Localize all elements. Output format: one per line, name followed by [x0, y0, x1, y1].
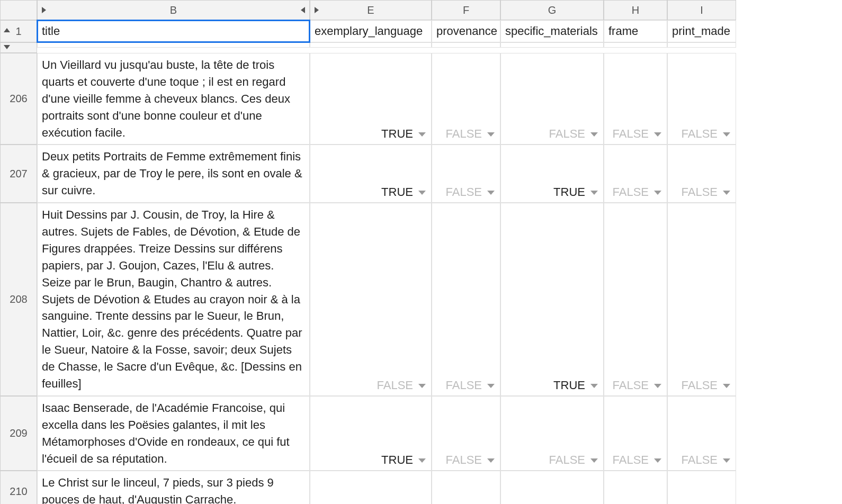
- dropdown-icon[interactable]: [654, 384, 661, 388]
- cell-B207[interactable]: Deux petits Portraits de Femme extrêmeme…: [37, 145, 310, 203]
- cell-H210[interactable]: [604, 471, 667, 504]
- cell-G210[interactable]: [500, 471, 604, 504]
- cell-G208[interactable]: TRUE: [500, 203, 604, 396]
- cell-E207[interactable]: TRUE: [310, 145, 432, 203]
- gap: [432, 42, 500, 48]
- cell-value: FALSE: [671, 453, 730, 467]
- dropdown-icon[interactable]: [418, 191, 426, 195]
- dropdown-icon[interactable]: [590, 458, 598, 463]
- cell-I207[interactable]: FALSE: [667, 145, 736, 203]
- cell-B206[interactable]: Un Vieillard vu jusqu'au buste, la tête …: [37, 53, 310, 145]
- col-header-H[interactable]: H: [604, 0, 667, 20]
- dropdown-icon[interactable]: [723, 191, 730, 195]
- row-header-207[interactable]: 207: [0, 145, 37, 203]
- cell-I1[interactable]: print_made: [667, 20, 736, 42]
- cell-value: print_made: [672, 24, 730, 38]
- cell-value: FALSE: [313, 379, 426, 392]
- cell-H208[interactable]: FALSE: [604, 203, 667, 396]
- spreadsheet-grid[interactable]: B E F G H I 1 title exemplary_language p…: [0, 0, 842, 504]
- dropdown-icon[interactable]: [654, 132, 661, 137]
- dropdown-icon[interactable]: [723, 132, 730, 137]
- cell-B208[interactable]: Huit Dessins par J. Cousin, de Troy, la …: [37, 203, 310, 396]
- dropdown-icon[interactable]: [487, 458, 495, 463]
- hidden-rows-indicator[interactable]: [0, 42, 37, 53]
- dropdown-icon[interactable]: [654, 191, 661, 195]
- dropdown-icon[interactable]: [487, 191, 495, 195]
- select-all-corner[interactable]: [0, 0, 37, 20]
- cell-F208[interactable]: FALSE: [432, 203, 500, 396]
- cell-B210[interactable]: Le Christ sur le linceul, 7 pieds, sur 3…: [37, 471, 310, 504]
- dropdown-icon[interactable]: [590, 132, 598, 137]
- row-number: 210: [10, 485, 27, 498]
- cell-G206[interactable]: FALSE: [500, 53, 604, 145]
- cell-F209[interactable]: FALSE: [432, 396, 500, 471]
- gap: [500, 42, 604, 48]
- collapse-up-icon[interactable]: [4, 28, 10, 32]
- cell-E1[interactable]: exemplary_language: [310, 20, 432, 42]
- expand-right-icon[interactable]: [42, 7, 46, 13]
- cell-value: provenance: [436, 24, 497, 38]
- dropdown-icon[interactable]: [418, 384, 426, 388]
- col-header-label: G: [548, 4, 557, 16]
- gap: [37, 42, 310, 48]
- cell-G207[interactable]: TRUE: [500, 145, 604, 203]
- cell-I206[interactable]: FALSE: [667, 53, 736, 145]
- row-header-209[interactable]: 209: [0, 396, 37, 471]
- dropdown-icon[interactable]: [487, 384, 495, 388]
- expand-right-icon[interactable]: [315, 7, 319, 13]
- cell-H209[interactable]: FALSE: [604, 396, 667, 471]
- cell-H1[interactable]: frame: [604, 20, 667, 42]
- row-header-206[interactable]: 206: [0, 53, 37, 145]
- cell-value: TRUE: [313, 127, 426, 141]
- col-header-G[interactable]: G: [500, 0, 604, 20]
- cell-value: TRUE: [504, 379, 598, 392]
- col-header-F[interactable]: F: [432, 0, 500, 20]
- row-header-210[interactable]: 210: [0, 471, 37, 504]
- cell-value: FALSE: [504, 453, 598, 467]
- cell-value: specific_materials: [505, 24, 598, 38]
- dropdown-icon[interactable]: [487, 132, 495, 137]
- cell-F207[interactable]: FALSE: [432, 145, 500, 203]
- cell-value: FALSE: [607, 127, 661, 141]
- cell-F210[interactable]: [432, 471, 500, 504]
- row-number: 209: [10, 427, 27, 439]
- cell-value: frame: [608, 24, 638, 38]
- col-header-I[interactable]: I: [667, 0, 736, 20]
- cell-I209[interactable]: FALSE: [667, 396, 736, 471]
- dropdown-icon[interactable]: [418, 132, 426, 137]
- row-header-208[interactable]: 208: [0, 203, 37, 396]
- dropdown-icon[interactable]: [723, 458, 730, 463]
- cell-F206[interactable]: FALSE: [432, 53, 500, 145]
- row-header-1[interactable]: 1: [0, 20, 37, 42]
- expand-left-icon[interactable]: [301, 7, 305, 13]
- cell-value: FALSE: [607, 453, 661, 467]
- dropdown-icon[interactable]: [723, 384, 730, 388]
- cell-value: FALSE: [435, 453, 495, 467]
- cell-I208[interactable]: FALSE: [667, 203, 736, 396]
- expand-down-icon[interactable]: [4, 45, 10, 49]
- cell-B1-selected[interactable]: title: [37, 20, 310, 42]
- dropdown-icon[interactable]: [654, 458, 661, 463]
- cell-value: FALSE: [435, 185, 495, 199]
- cell-value: Huit Dessins par J. Cousin, de Troy, la …: [42, 206, 305, 392]
- cell-G209[interactable]: FALSE: [500, 396, 604, 471]
- cell-G1[interactable]: specific_materials: [500, 20, 604, 42]
- cell-I210[interactable]: [667, 471, 736, 504]
- dropdown-icon[interactable]: [418, 458, 426, 463]
- col-header-E[interactable]: E: [310, 0, 432, 20]
- cell-E210[interactable]: [310, 471, 432, 504]
- cell-H206[interactable]: FALSE: [604, 53, 667, 145]
- cell-H207[interactable]: FALSE: [604, 145, 667, 203]
- col-header-label: I: [700, 4, 703, 16]
- cell-value: FALSE: [671, 127, 730, 141]
- cell-E209[interactable]: TRUE: [310, 396, 432, 471]
- cell-B209[interactable]: Isaac Benserade, de l'Académie Francoise…: [37, 396, 310, 471]
- row-number: 1: [15, 25, 21, 38]
- dropdown-icon[interactable]: [590, 191, 598, 195]
- col-header-B[interactable]: B: [37, 0, 310, 20]
- cell-F1[interactable]: provenance: [432, 20, 500, 42]
- gap: [604, 42, 667, 48]
- cell-E208[interactable]: FALSE: [310, 203, 432, 396]
- cell-E206[interactable]: TRUE: [310, 53, 432, 145]
- dropdown-icon[interactable]: [590, 384, 598, 388]
